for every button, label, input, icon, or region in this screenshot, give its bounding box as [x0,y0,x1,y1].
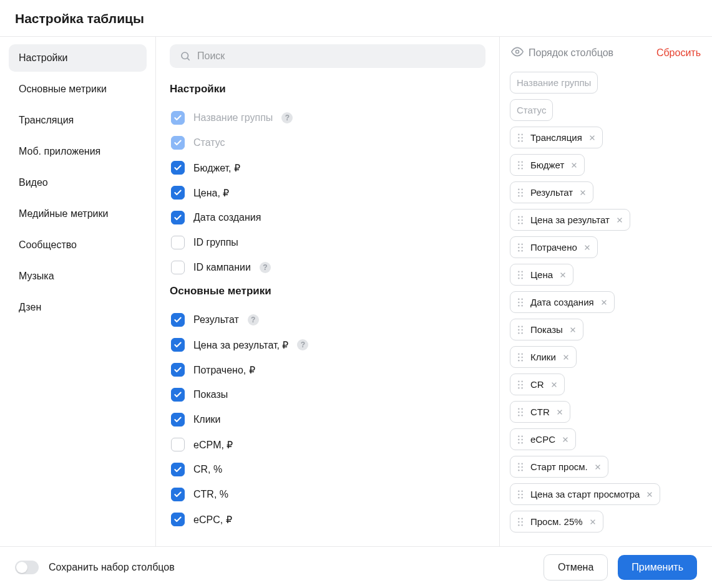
svg-point-52 [521,298,522,299]
remove-chip-icon[interactable] [569,326,577,334]
column-option-row: CR, % [170,457,485,482]
cancel-button[interactable]: Отмена [544,554,608,581]
drag-handle-icon[interactable] [517,462,524,472]
sidebar-item[interactable]: Сообщество [9,231,147,259]
column-checkbox[interactable] [171,313,185,327]
drag-handle-icon[interactable] [517,517,524,527]
svg-point-51 [518,298,519,299]
remove-chip-icon[interactable] [570,161,578,169]
column-checkbox[interactable] [171,438,185,451]
svg-point-80 [521,387,522,388]
apply-button[interactable]: Применить [618,555,697,580]
order-chip[interactable]: Дата создания [510,291,615,313]
order-chip[interactable]: CTR [510,401,570,423]
drag-handle-icon[interactable] [517,380,524,390]
chip-label: CR [530,379,544,390]
order-chip[interactable]: Цена [510,264,573,286]
remove-chip-icon[interactable] [550,381,558,388]
sidebar-item[interactable]: Дзен [9,294,147,321]
svg-point-61 [518,329,519,330]
sidebar-item[interactable]: Видео [9,169,147,196]
order-chip[interactable]: eCPC [510,428,576,450]
drag-handle-icon[interactable] [517,407,524,417]
help-icon[interactable]: ? [260,262,271,273]
order-chip[interactable]: Потрачено [510,236,598,258]
remove-chip-icon[interactable] [579,189,587,196]
drag-handle-icon[interactable] [517,270,524,280]
column-checkbox[interactable] [171,388,185,402]
column-checkbox[interactable] [171,186,185,200]
order-chip[interactable]: Результат [510,181,593,203]
sidebar-item[interactable]: Настройки [9,44,147,72]
sidebar-item[interactable]: Трансляция [9,107,147,134]
drag-handle-icon[interactable] [517,325,524,335]
svg-point-99 [518,463,519,464]
order-chip[interactable]: Просм. 25% [510,511,603,533]
help-icon[interactable]: ? [297,339,308,350]
svg-point-119 [518,524,519,526]
svg-point-45 [518,274,519,275]
drag-handle-icon[interactable] [517,435,524,445]
order-chip[interactable]: Клики [510,346,577,368]
order-title-text: Порядок столбцов [529,47,613,59]
svg-point-87 [518,415,519,416]
order-chip[interactable]: Цена за старт просмотра [510,483,660,505]
remove-chip-icon[interactable] [556,408,563,416]
drag-handle-icon[interactable] [517,188,524,198]
remove-chip-icon[interactable] [646,491,653,498]
order-chip[interactable]: Старт просм. [510,456,608,478]
chip-label: Цена [530,269,553,280]
group-title: Настройки [170,83,485,95]
column-label: eCPM, ₽ [193,439,233,451]
order-chip[interactable]: Цена за результат [510,209,630,231]
column-checkbox[interactable] [171,211,185,224]
svg-point-19 [518,188,519,190]
column-checkbox[interactable] [171,338,185,352]
column-checkbox[interactable] [171,236,185,249]
remove-chip-icon[interactable] [600,299,608,306]
order-chip[interactable]: Бюджет [510,154,585,176]
help-icon[interactable]: ? [248,314,259,325]
search-field-wrap[interactable] [170,44,485,68]
column-checkbox[interactable] [171,413,185,427]
search-input[interactable] [197,51,475,62]
sidebar-item[interactable]: Основные метрики [9,75,147,103]
order-chip[interactable]: CR [510,374,565,395]
sidebar-item[interactable]: Музыка [9,263,147,290]
column-checkbox[interactable] [171,513,185,526]
sidebar-item[interactable]: Медийные метрики [9,200,147,228]
remove-chip-icon[interactable] [562,436,569,443]
remove-chip-icon[interactable] [616,216,623,224]
column-option-row: eCPM, ₽ [170,432,485,457]
remove-chip-icon[interactable] [559,271,567,279]
svg-point-39 [518,250,519,251]
drag-handle-icon[interactable] [517,160,524,170]
help-icon[interactable]: ? [281,112,293,123]
remove-chip-icon[interactable] [583,244,591,251]
svg-point-71 [518,360,519,361]
remove-chip-icon[interactable] [588,134,596,142]
remove-chip-icon[interactable] [589,518,597,526]
column-checkbox[interactable] [171,161,185,175]
column-option-row: eCPC, ₽ [170,507,485,532]
order-chip[interactable]: Показы [510,319,583,340]
sidebar-item[interactable]: Моб. приложения [9,138,147,165]
reset-button[interactable]: Сбросить [656,47,701,59]
eye-icon [511,46,524,60]
drag-handle-icon[interactable] [517,297,524,307]
column-checkbox[interactable] [171,463,185,476]
column-checkbox[interactable] [171,261,185,274]
drag-handle-icon[interactable] [517,489,524,499]
svg-point-88 [521,415,522,416]
drag-handle-icon[interactable] [517,352,524,362]
order-chip[interactable]: Трансляция [510,127,603,148]
column-checkbox[interactable] [171,488,185,501]
drag-handle-icon[interactable] [517,133,524,143]
column-option-row: Статус [170,130,485,155]
remove-chip-icon[interactable] [562,354,570,361]
remove-chip-icon[interactable] [594,463,602,471]
column-checkbox[interactable] [171,363,185,377]
drag-handle-icon[interactable] [517,215,524,225]
drag-handle-icon[interactable] [517,243,524,253]
save-set-toggle[interactable] [15,561,39,574]
